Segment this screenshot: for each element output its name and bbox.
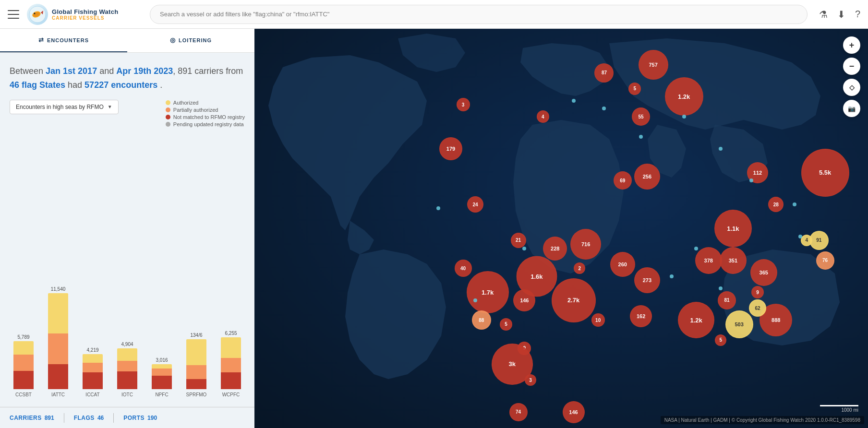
bar-label-iotc: IOTC (121, 392, 133, 397)
cluster-c4[interactable]: 5 (628, 83, 641, 95)
stats-suffix2: had (65, 80, 84, 90)
cluster-c24[interactable]: 260 (610, 252, 635, 277)
map-controls: + − ◇ 📷 (843, 36, 860, 117)
cluster-c2[interactable]: 757 (639, 50, 668, 80)
stats-connector: and (97, 66, 116, 76)
cluster-c28[interactable]: 365 (750, 259, 777, 286)
bar-value-ccsbt: 5,789 (17, 334, 29, 340)
cluster-c38[interactable]: 5 (715, 334, 726, 346)
main-content: ⇄ ENCOUNTERS ◎ LOITERING Between Jan 1st… (0, 29, 868, 428)
cluster-c22[interactable]: 146 (513, 289, 535, 311)
cluster-c36[interactable]: 9 (751, 286, 764, 298)
cluster-c37[interactable]: 81 (718, 291, 736, 309)
bar-group-iotc: 4,904 IOTC (113, 342, 141, 397)
bar-iattc (48, 293, 68, 389)
bar-group-ccsbt: 5,789 CCSBT (10, 334, 37, 397)
cluster-c16[interactable]: 716 (570, 229, 601, 260)
zoom-in-button[interactable]: + (843, 36, 860, 54)
cluster-c13[interactable]: 5.5k (801, 149, 849, 197)
loitering-icon: ◎ (170, 36, 176, 44)
bar-label-ccsbt: CCSBT (15, 392, 32, 397)
bar-group-iattc: 11,540 IATTC (44, 286, 72, 397)
cluster-c21[interactable]: 1.7k (467, 271, 509, 313)
layers-button[interactable]: ◇ (843, 79, 860, 96)
tab-loitering[interactable]: ◎ LOITERING (127, 29, 254, 52)
cluster-c10[interactable]: 21 (511, 233, 526, 248)
map-dot-0 (572, 99, 576, 103)
carriers-label: CARRIERS (10, 415, 42, 421)
zoom-out-button[interactable]: − (843, 58, 860, 75)
cluster-c33[interactable]: 1.2k (678, 302, 714, 338)
stat-carriers[interactable]: CARRIERS 891 (10, 415, 64, 421)
cluster-c8[interactable]: 179 (439, 137, 462, 160)
tabs-bar: ⇄ ENCOUNTERS ◎ LOITERING (0, 29, 254, 53)
cluster-c3[interactable]: 3 (457, 98, 470, 111)
flags-value: 46 (97, 415, 104, 421)
cluster-c30[interactable]: 5 (500, 318, 512, 331)
download-icon[interactable]: ⬇ (837, 9, 845, 20)
flags-label: FLAGS (74, 415, 95, 421)
legend-label-partial: Partially authorized (173, 107, 218, 113)
cluster-c7[interactable]: 55 (632, 107, 650, 126)
map-dot-5 (749, 178, 753, 182)
cluster-c43[interactable]: 76 (816, 251, 834, 270)
cluster-c47[interactable]: 74 (509, 403, 528, 421)
cluster-c20[interactable]: 2 (574, 262, 585, 274)
hamburger-menu[interactable] (8, 9, 19, 20)
cluster-c39[interactable]: 62 (749, 299, 766, 317)
bar-label-wcpfc: WCPFC (222, 392, 240, 397)
tab-encounters[interactable]: ⇄ ENCOUNTERS (0, 29, 127, 52)
cluster-c40[interactable]: 28 (768, 197, 784, 212)
stats-flag-count: 46 flag States (10, 80, 65, 90)
cluster-c15[interactable]: 228 (543, 237, 567, 261)
bar-value-iotc: 4,904 (121, 342, 133, 347)
cluster-c6[interactable]: 4 (537, 110, 549, 123)
bar-value-iccat: 4,219 (86, 347, 98, 353)
map-dot-13 (436, 206, 440, 210)
stats-prefix: Between (10, 66, 46, 76)
cluster-c9[interactable]: 24 (467, 196, 483, 213)
search-input[interactable] (150, 5, 808, 24)
bar-ccsbt (13, 341, 34, 389)
legend-label-not-matched: Not matched to RFMO registry (173, 114, 245, 120)
map-dot-12 (473, 298, 477, 302)
cluster-c29[interactable]: 88 (472, 310, 491, 330)
cluster-c26[interactable]: 378 (695, 247, 722, 274)
logo-main-text: Global Fishing Watch (52, 8, 118, 15)
cluster-c23[interactable]: 2.7k (552, 278, 596, 322)
map-area[interactable]: 87757351.2k4551792421692565.5k1122287161… (254, 29, 868, 428)
bar-label-iattc: IATTC (51, 392, 65, 397)
encounters-icon: ⇄ (38, 36, 44, 44)
left-panel: ⇄ ENCOUNTERS ◎ LOITERING Between Jan 1st… (0, 29, 254, 428)
cluster-c34[interactable]: 503 (725, 310, 753, 338)
logo-text: Global Fishing Watch CARRIER VESSELS (52, 8, 118, 21)
help-icon[interactable]: ? (855, 9, 860, 20)
stats-date-start: Jan 1st 2017 (46, 66, 97, 76)
cluster-c31[interactable]: 10 (591, 313, 605, 327)
legend-authorized: Authorized (166, 100, 245, 106)
cluster-c46[interactable]: 3 (525, 374, 536, 386)
stat-flags[interactable]: FLAGS 46 (64, 415, 114, 421)
ports-label: PORTS (123, 415, 145, 421)
logo-area: Global Fishing Watch CARRIER VESSELS (27, 4, 142, 25)
cluster-c25[interactable]: 273 (634, 267, 660, 293)
cluster-c18[interactable]: 40 (455, 260, 472, 277)
camera-button[interactable]: 📷 (843, 100, 860, 117)
cluster-c17[interactable]: 1.1k (714, 210, 752, 247)
cluster-c11[interactable]: 69 (614, 171, 632, 190)
cluster-c1[interactable]: 87 (594, 63, 614, 83)
legend-dot-not-matched (166, 115, 170, 119)
cluster-c12[interactable]: 256 (634, 164, 660, 190)
cluster-c42[interactable]: 91 (809, 231, 829, 250)
stat-ports[interactable]: PORTS 190 (114, 415, 167, 421)
cluster-c48[interactable]: 146 (563, 401, 585, 423)
legend-label-pending: Pending updated registry data (173, 121, 244, 127)
legend-dot-authorized (166, 100, 170, 105)
filter-icon[interactable]: ⚗ (819, 9, 828, 20)
legend-label-authorized: Authorized (173, 100, 199, 106)
rfmo-dropdown[interactable]: Encounters in high seas by RFMO ▼ (10, 100, 119, 114)
cluster-c32[interactable]: 162 (630, 305, 652, 327)
cluster-c27[interactable]: 351 (720, 247, 747, 274)
cluster-c5[interactable]: 1.2k (665, 77, 703, 116)
bar-value-npfc: 3,016 (156, 357, 168, 363)
